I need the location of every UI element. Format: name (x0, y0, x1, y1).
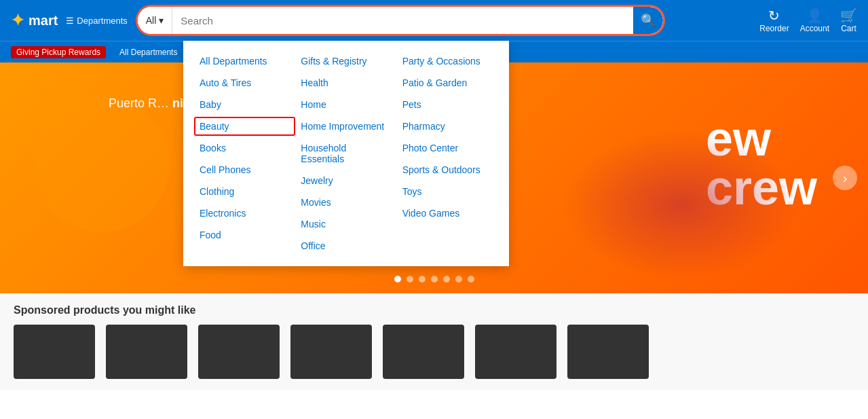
promo-dot-2[interactable] (407, 276, 413, 283)
dropdown-item-cell-phones[interactable]: Cell Phones (194, 160, 295, 179)
account-button[interactable]: 👤 Account (800, 7, 829, 33)
cart-label: Cart (841, 24, 856, 33)
dropdown-item-party-occasions[interactable]: Party & Occasions (397, 52, 498, 71)
dropdown-item-health[interactable]: Health (295, 73, 396, 92)
promo-decor-car (563, 130, 800, 280)
dropdown-item-all-departments[interactable]: All Departments (194, 52, 295, 71)
dropdown-item-home-improvement[interactable]: Home Improvement (295, 117, 396, 136)
promo-decor-circle (34, 96, 170, 232)
dropdown-columns: All Departments Auto & Tires Baby Beauty… (183, 52, 509, 255)
dropdown-item-books[interactable]: Books (194, 139, 295, 158)
departments-label: Departments (77, 16, 127, 26)
dropdown-item-home[interactable]: Home (295, 95, 396, 114)
promo-dot-4[interactable] (431, 276, 438, 283)
search-category-button[interactable]: All ▾ (138, 7, 173, 34)
dropdown-col-3: Party & Occasions Patio & Garden Pets Ph… (397, 52, 498, 255)
reorder-label: Reorder (759, 24, 789, 33)
dropdown-item-jewelry[interactable]: Jewelry (295, 171, 396, 190)
sub-header-link-departments[interactable]: All Departments (119, 48, 177, 57)
search-input[interactable] (172, 7, 633, 34)
cart-icon: 🛒 (840, 7, 857, 24)
product-item[interactable] (106, 325, 187, 379)
give-text: Puerto R… (109, 96, 172, 110)
dropdown-item-baby[interactable]: Baby (194, 95, 295, 114)
account-icon: 👤 (806, 7, 823, 24)
product-item[interactable] (383, 325, 464, 379)
chevron-down-icon: ▾ (159, 15, 164, 26)
sponsored-products-list (14, 325, 854, 379)
promo-next-button[interactable]: › (833, 166, 857, 190)
search-icon: 🔍 (641, 13, 656, 28)
dropdown-item-office[interactable]: Office (295, 236, 396, 255)
walmart-logo: ✦ mart (11, 11, 58, 30)
dropdown-col-2: Gifts & Registry Health Home Home Improv… (295, 52, 396, 255)
dropdown-item-clothing[interactable]: Clothing (194, 182, 295, 201)
departments-dropdown: All Departments Auto & Tires Baby Beauty… (183, 41, 509, 266)
dropdown-item-household-essentials[interactable]: Household Essentials (295, 139, 396, 168)
product-item[interactable] (475, 325, 556, 379)
dropdown-item-patio-garden[interactable]: Patio & Garden (397, 73, 498, 92)
search-submit-button[interactable]: 🔍 (633, 7, 663, 34)
product-item[interactable] (290, 325, 372, 379)
dropdown-item-photo-center[interactable]: Photo Center (397, 139, 498, 158)
dropdown-item-beauty[interactable]: Beauty (194, 117, 295, 136)
cart-button[interactable]: 🛒 Cart (840, 7, 857, 33)
promo-dots (394, 276, 474, 283)
departments-button[interactable]: ☰ Departments (66, 16, 127, 26)
header-right: ↻ Reorder 👤 Account 🛒 Cart (759, 7, 857, 33)
product-item[interactable] (198, 325, 280, 379)
dropdown-col-1: All Departments Auto & Tires Baby Beauty… (194, 52, 295, 255)
dropdown-item-pets[interactable]: Pets (397, 95, 498, 114)
promo-dot-6[interactable] (455, 276, 462, 283)
dropdown-item-food[interactable]: Food (194, 225, 295, 244)
dropdown-item-electronics[interactable]: Electronics (194, 204, 295, 223)
dropdown-item-gifts-registry[interactable]: Gifts & Registry (295, 52, 396, 71)
search-container: All ▾ 🔍 (136, 5, 665, 36)
promo-dot-3[interactable] (419, 276, 426, 283)
dropdown-item-auto-tires[interactable]: Auto & Tires (194, 73, 295, 92)
sponsored-title: Sponsored products you might like (14, 304, 854, 316)
header: ✦ mart ☰ Departments All ▾ 🔍 ↻ Reorder 👤… (0, 0, 868, 41)
product-item[interactable] (567, 325, 649, 379)
search-all-label: All (146, 15, 157, 26)
dropdown-item-sports-outdoors[interactable]: Sports & Outdoors (397, 160, 498, 179)
promo-dot-7[interactable] (468, 276, 474, 283)
promo-dot-1[interactable] (394, 276, 401, 283)
dropdown-item-movies[interactable]: Movies (295, 193, 396, 212)
walmart-logo-text: mart (29, 13, 58, 29)
reorder-button[interactable]: ↻ Reorder (759, 7, 789, 33)
promo-dot-5[interactable] (443, 276, 450, 283)
reorder-icon: ↻ (768, 7, 780, 24)
account-label: Account (800, 24, 829, 33)
menu-icon: ☰ (66, 16, 74, 26)
dropdown-item-music[interactable]: Music (295, 215, 396, 234)
product-item[interactable] (14, 325, 95, 379)
dropdown-item-video-games[interactable]: Video Games (397, 204, 498, 223)
dropdown-item-pharmacy[interactable]: Pharmacy (397, 117, 498, 136)
sponsored-area: Sponsored products you might like (0, 293, 868, 390)
sub-header-notice: Giving Pickup Rewards (11, 46, 106, 58)
walmart-spark-icon: ✦ (11, 11, 24, 30)
dropdown-item-toys[interactable]: Toys (397, 182, 498, 201)
